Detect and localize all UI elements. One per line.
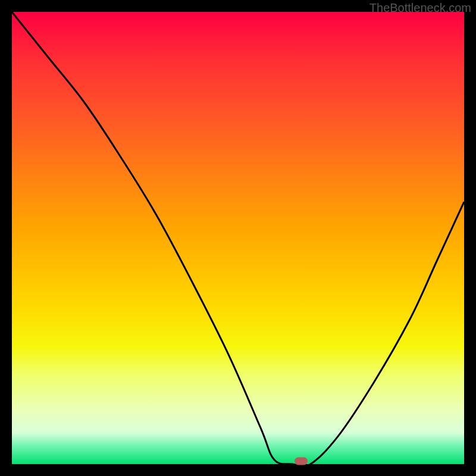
chart-curve	[12, 12, 464, 464]
chart-plot-area	[12, 12, 464, 464]
chart-marker	[295, 457, 308, 465]
watermark-text: TheBottleneck.com	[369, 1, 471, 15]
